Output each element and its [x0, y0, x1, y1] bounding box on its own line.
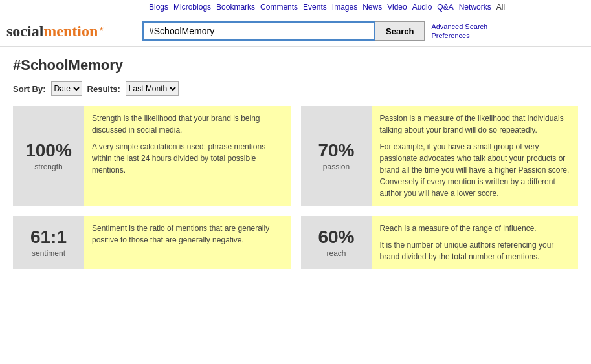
search-input[interactable] — [142, 21, 375, 41]
metric-label-reach: reach — [326, 249, 346, 258]
top-nav: Blogs Microblogs Bookmarks Comments Even… — [0, 0, 591, 16]
nav-all: All — [496, 3, 505, 12]
nav-video[interactable]: Video — [387, 3, 407, 12]
metric-value-passion: 70% passion — [301, 106, 372, 206]
page-title: #SchoolMemory — [13, 57, 578, 74]
nav-networks[interactable]: Networks — [459, 3, 491, 12]
search-form: Search — [142, 21, 425, 41]
metric-number-strength: 100% — [25, 140, 72, 161]
search-bar-row: socialmention* Search Advanced SearchPre… — [0, 16, 591, 47]
nav-microblogs[interactable]: Microblogs — [173, 3, 211, 12]
nav-links: Blogs Microblogs Bookmarks Comments Even… — [149, 3, 585, 12]
nav-comments[interactable]: Comments — [260, 3, 298, 12]
metric-number-passion: 70% — [318, 140, 354, 161]
metric-desc-sentiment-p1: Sentiment is the ratio of mentions that … — [92, 222, 283, 246]
metric-desc-reach-p1: Reach is a measure of the range of influ… — [380, 222, 571, 234]
metric-value-sentiment: 61:1 sentiment — [13, 216, 84, 269]
filter-row: Sort By: Date Results: Last Month — [13, 81, 578, 96]
sort-by-label: Sort By: — [13, 84, 46, 94]
metric-desc-passion-p1: Passion is a measure of the likelihood t… — [380, 112, 571, 136]
metric-number-sentiment: 61:1 — [30, 227, 67, 248]
nav-qa[interactable]: Q&A — [437, 3, 453, 12]
metric-desc-strength: Strength is the likelihood that your bra… — [84, 106, 291, 206]
metric-label-sentiment: sentiment — [32, 249, 65, 258]
page-content: #SchoolMemory Sort By: Date Results: Las… — [0, 47, 591, 279]
metrics-grid: 100% strength Strength is the likelihood… — [13, 106, 578, 269]
nav-blogs[interactable]: Blogs — [149, 3, 168, 12]
metric-desc-reach-p2: It is the number of unique authors refer… — [380, 239, 571, 262]
metric-value-reach: 60% reach — [301, 216, 372, 269]
metric-number-reach: 60% — [318, 227, 354, 248]
metric-block-sentiment: 61:1 sentiment Sentiment is the ratio of… — [13, 216, 291, 269]
metric-label-strength: strength — [34, 162, 62, 171]
results-select[interactable]: Last Month — [126, 81, 179, 96]
sort-by-select[interactable]: Date — [51, 81, 82, 96]
nav-events[interactable]: Events — [303, 3, 327, 12]
logo-mention-text: mention — [43, 23, 98, 40]
nav-images[interactable]: Images — [332, 3, 357, 12]
metric-desc-passion-p2: For example, if you have a small group o… — [380, 141, 571, 199]
metric-block-passion: 70% passion Passion is a measure of the … — [301, 106, 579, 206]
logo-social-text: social — [6, 23, 43, 40]
metric-desc-passion: Passion is a measure of the likelihood t… — [372, 106, 579, 206]
nav-audio[interactable]: Audio — [412, 3, 432, 12]
metric-block-strength: 100% strength Strength is the likelihood… — [13, 106, 291, 206]
results-label: Results: — [87, 84, 120, 94]
advanced-search-link[interactable]: Advanced SearchPreferences — [431, 22, 487, 41]
metric-value-strength: 100% strength — [13, 106, 84, 206]
metric-label-passion: passion — [323, 162, 350, 171]
nav-news[interactable]: News — [362, 3, 382, 12]
logo-star-icon: * — [99, 25, 104, 38]
search-button[interactable]: Search — [375, 21, 425, 41]
metric-desc-strength-p2: A very simple calculation is used: phras… — [92, 141, 283, 176]
metric-desc-reach: Reach is a measure of the range of influ… — [372, 216, 579, 269]
metric-desc-sentiment: Sentiment is the ratio of mentions that … — [84, 216, 291, 269]
metric-desc-strength-p1: Strength is the likelihood that your bra… — [92, 112, 283, 136]
metric-block-reach: 60% reach Reach is a measure of the rang… — [301, 216, 579, 269]
logo-area: socialmention* — [6, 23, 142, 40]
nav-bookmarks[interactable]: Bookmarks — [216, 3, 255, 12]
